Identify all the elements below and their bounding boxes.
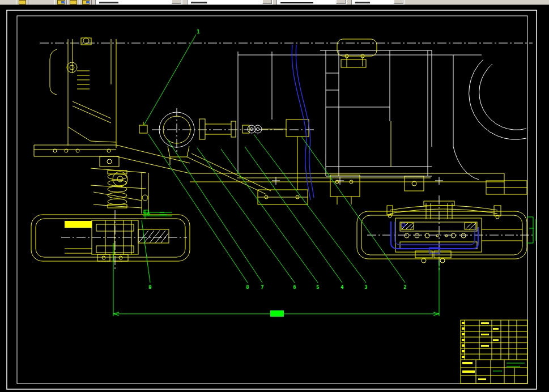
rear-structure (238, 50, 432, 176)
frame-rail-left (34, 145, 190, 173)
front-suspension (91, 168, 148, 214)
title-block-green-text (493, 363, 525, 371)
toolbar-icon (86, 1, 90, 3)
cab-front-structure (50, 38, 116, 148)
brake-pipe-center (292, 45, 314, 200)
callout-number-8: 8 (246, 284, 249, 290)
dimension-label-highlight (270, 310, 284, 317)
icon-button-2[interactable] (67, 0, 79, 5)
chevron-down-icon[interactable] (394, 0, 403, 4)
drawing-svg[interactable]: 1 9 8 7 6 5 4 3 2 (0, 5, 549, 392)
layer-combo[interactable] (95, 0, 182, 5)
green-dimension (113, 243, 439, 317)
toolbar-icon (19, 0, 26, 5)
combo-text (191, 2, 207, 3)
lineweight-combo[interactable] (351, 0, 405, 5)
drawing-canvas[interactable]: 1 9 8 7 6 5 4 3 2 (0, 5, 549, 392)
linetype-preview (280, 2, 313, 3)
chevron-down-icon[interactable] (172, 0, 181, 4)
callout-leaders: 1 9 8 7 6 5 4 3 2 (142, 29, 407, 290)
title-block (461, 320, 527, 384)
callout-number-2: 2 (403, 284, 406, 290)
rear-leaf-spring (387, 195, 501, 271)
callout-number-3: 3 (364, 284, 367, 290)
icon-button-1[interactable] (54, 0, 67, 5)
combo-text (99, 2, 118, 3)
toolbar-icon (61, 1, 65, 3)
front-wheel (31, 210, 190, 269)
rear-fender-arcs (432, 55, 526, 180)
icon-button-3[interactable] (79, 0, 92, 5)
toolbar-icon (70, 0, 77, 5)
top-toolbar (0, 0, 549, 5)
callout-number-6: 6 (293, 284, 296, 290)
brake-chamber-assembly (139, 108, 314, 190)
callout-number-5: 5 (316, 284, 319, 290)
chevron-down-icon[interactable] (336, 0, 346, 4)
mid-frame (190, 173, 527, 204)
standard-button[interactable] (16, 0, 28, 5)
chevron-down-icon[interactable] (262, 0, 272, 4)
rear-wheel (357, 211, 533, 263)
callout-number-4: 4 (341, 284, 344, 290)
linetype-combo[interactable] (276, 0, 347, 5)
color-combo[interactable] (187, 0, 273, 5)
combo-text (355, 2, 370, 3)
callout-number-1: 1 (197, 29, 199, 35)
callout-number-9: 9 (148, 284, 151, 290)
callout-number-7: 7 (261, 284, 263, 290)
